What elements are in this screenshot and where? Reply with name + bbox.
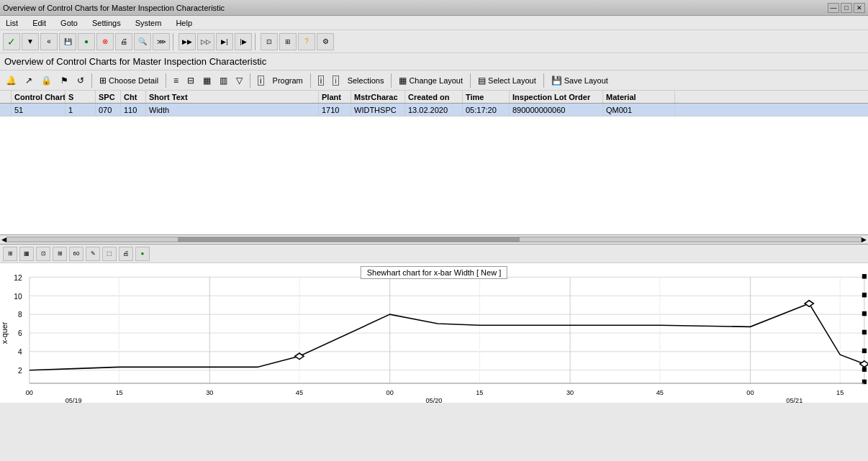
filter2-btn[interactable]: ⊟ (184, 74, 197, 87)
th-cht[interactable]: Cht (121, 91, 146, 103)
dropdown-button[interactable]: ▼ (22, 33, 39, 50)
change-layout-button[interactable]: ▦ Change Layout (396, 74, 466, 87)
maximize-button[interactable]: □ (841, 3, 852, 13)
save-button[interactable]: 💾 (59, 33, 76, 50)
window-btn-2[interactable]: ⊞ (279, 33, 297, 50)
th-mstr-charac[interactable]: MstrCharac (351, 91, 405, 103)
th-control-chart[interactable]: Control Chart (12, 91, 65, 103)
choose-detail-button[interactable]: ⊞ Choose Detail (96, 74, 161, 87)
td-cht: 110 (121, 104, 146, 116)
menu-system[interactable]: System (132, 17, 165, 29)
table-header: Control Chart S SPC Cht Short Text Plant… (0, 91, 868, 104)
table-row[interactable]: 51 1 070 110 Width 1710 WIDTHSPC 13.02.2… (0, 104, 868, 117)
select-layout-button[interactable]: ▤ Select Layout (475, 74, 539, 87)
chart-grid-btn[interactable]: ⊞ (53, 247, 67, 261)
nav-btn-2[interactable]: ▷▷ (197, 33, 214, 50)
chart-print-btn[interactable]: 🖨 (119, 247, 133, 261)
find-button[interactable]: 🔍 (134, 33, 151, 50)
menu-edit[interactable]: Edit (30, 17, 49, 29)
nav-btn-1[interactable]: ▶▶ (178, 33, 196, 50)
svg-text:12: 12 (14, 273, 22, 281)
diamond-marker-2 (805, 301, 813, 307)
chart-edit-btn[interactable]: ✎ (86, 247, 100, 261)
edge-marker-3 (862, 311, 867, 316)
td-spc: 070 (96, 104, 121, 116)
svg-text:30: 30 (206, 388, 213, 396)
svg-text:4: 4 (18, 347, 22, 356)
flag-btn[interactable]: ⚑ (58, 74, 71, 87)
chart-settings-btn[interactable]: ● (135, 247, 150, 261)
td-sel (0, 104, 12, 116)
funnel-btn[interactable]: ▽ (233, 74, 245, 87)
scroll-right-btn[interactable]: ▶ (862, 236, 867, 243)
green-circle-button[interactable]: ● (78, 33, 95, 50)
edge-marker-2 (862, 293, 867, 297)
svg-text:8: 8 (18, 310, 22, 319)
refresh-btn[interactable]: ↺ (74, 74, 87, 87)
chart-60-btn[interactable]: 60 (69, 247, 83, 261)
minimize-button[interactable]: — (828, 3, 839, 13)
table2-btn[interactable]: ▥ (217, 74, 230, 87)
action-sep-5 (391, 73, 392, 88)
th-material[interactable]: Material (603, 91, 675, 103)
info2-btn[interactable]: i (315, 74, 327, 87)
action-sep-1 (91, 73, 92, 88)
svg-text:05/21: 05/21 (786, 396, 803, 403)
close-button[interactable]: ✕ (854, 3, 865, 13)
bottom-section: ⊞ ▦ ⊡ ⊞ 60 ✎ ⬚ 🖨 ● Shewhart chart for x-… (0, 245, 868, 403)
th-plant[interactable]: Plant (319, 91, 351, 103)
th-time[interactable]: Time (463, 91, 510, 103)
svg-text:15: 15 (476, 388, 483, 396)
chart-table-btn[interactable]: ▦ (19, 247, 34, 261)
change-layout-icon: ▦ (399, 76, 407, 86)
check-button[interactable]: ✓ (3, 33, 20, 50)
th-s[interactable]: S (65, 91, 96, 103)
scroll-left-btn[interactable]: ◀ (1, 236, 6, 243)
window-btn-1[interactable]: ⊡ (261, 33, 278, 50)
config-btn[interactable]: ⚙ (317, 33, 334, 50)
scroll-area-top[interactable]: ◀ ▶ (0, 234, 868, 245)
lock-btn[interactable]: 🔒 (38, 74, 55, 87)
info-btn[interactable]: i (255, 74, 266, 87)
selections-button[interactable]: Selections (345, 75, 387, 86)
th-created-on[interactable]: Created on (405, 91, 463, 103)
red-x-button[interactable]: ⊗ (96, 33, 114, 50)
svg-text:05/20: 05/20 (426, 396, 443, 403)
edge-marker-4 (862, 330, 867, 334)
action-sep-4 (310, 73, 311, 88)
chart-save-img-btn[interactable]: ⬚ (102, 247, 117, 261)
select-layout-icon: ▤ (478, 76, 486, 86)
help-btn[interactable]: ? (298, 33, 315, 50)
find-next-button[interactable]: ⋙ (153, 33, 170, 50)
diamond-marker-1 (295, 353, 304, 360)
chart-copy-btn[interactable]: ⊡ (36, 247, 50, 261)
arrow-btn[interactable]: ↗ (22, 74, 35, 87)
info3-btn[interactable]: i (330, 74, 341, 87)
menu-goto[interactable]: Goto (58, 17, 81, 29)
print-button[interactable]: 🖨 (115, 33, 132, 50)
nav-btn-3[interactable]: ▶| (216, 33, 233, 50)
svg-text:30: 30 (566, 388, 574, 396)
menu-help[interactable]: Help (173, 17, 195, 29)
first-button[interactable]: « (40, 33, 58, 50)
menu-settings[interactable]: Settings (89, 17, 124, 29)
table-area: Control Chart S SPC Cht Short Text Plant… (0, 91, 868, 234)
table-btn[interactable]: ▦ (200, 74, 214, 87)
th-spc[interactable]: SPC (96, 91, 121, 103)
nav-btn-4[interactable]: |▶ (235, 33, 252, 50)
alarm-icon-btn[interactable]: 🔔 (3, 74, 19, 87)
action-toolbar: 🔔 ↗ 🔒 ⚑ ↺ ⊞ Choose Detail ≡ ⊟ ▦ ▥ ▽ i Pr… (0, 70, 868, 91)
th-short-text[interactable]: Short Text (146, 91, 319, 103)
edge-marker-1 (862, 274, 867, 278)
scroll-bar[interactable] (6, 237, 862, 242)
td-material: QM001 (603, 104, 675, 116)
program-button[interactable]: Program (270, 75, 306, 86)
action-sep-6 (470, 73, 471, 88)
menu-list[interactable]: List (3, 17, 21, 29)
svg-text:05/19: 05/19 (65, 396, 82, 403)
save-layout-button[interactable]: 💾 Save Layout (548, 74, 611, 87)
filter-btn[interactable]: ≡ (171, 74, 181, 87)
save-layout-icon: 💾 (551, 76, 562, 86)
th-inspection-lot[interactable]: Inspection Lot Order (510, 91, 603, 103)
chart-zoom-btn[interactable]: ⊞ (3, 247, 17, 261)
